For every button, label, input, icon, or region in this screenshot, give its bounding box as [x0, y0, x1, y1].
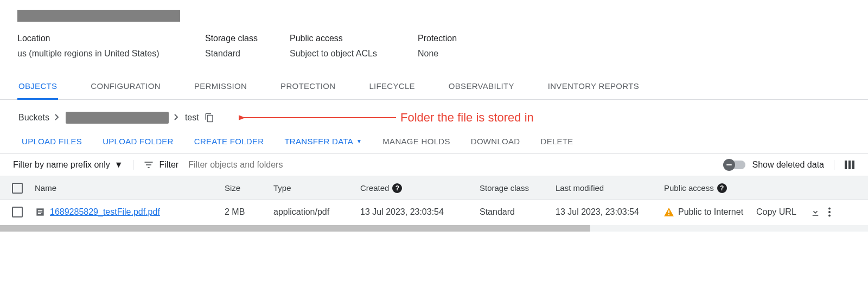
download-button[interactable]: DOWNLOAD: [471, 137, 520, 146]
chevron-right-icon: [55, 113, 60, 122]
transfer-data-button[interactable]: TRANSFER DATA ▼: [284, 137, 362, 146]
svg-point-10: [828, 211, 831, 213]
help-icon[interactable]: ?: [717, 183, 727, 193]
chevron-right-icon: [174, 113, 180, 122]
cell-size: 2 MB: [221, 202, 270, 222]
svg-rect-6: [38, 213, 41, 214]
create-folder-button[interactable]: CREATE FOLDER: [194, 137, 264, 146]
cell-type: application/pdf: [270, 202, 357, 222]
location-label: Location: [17, 34, 186, 43]
tab-observability[interactable]: OBSERVABILITY: [448, 75, 515, 100]
svg-point-9: [828, 208, 831, 210]
horizontal-scrollbar[interactable]: [0, 225, 868, 232]
file-icon: [35, 207, 46, 217]
svg-point-11: [828, 215, 831, 217]
filter-label: Filter: [159, 160, 179, 170]
upload-folder-button[interactable]: UPLOAD FOLDER: [103, 137, 174, 146]
filter-prefix-dropdown[interactable]: Filter by name prefix only ▼: [13, 160, 133, 170]
public-access-value: Subject to object ACLs: [290, 49, 398, 59]
table-header: Name Size Type Created ? Storage class L…: [0, 176, 868, 200]
file-name-link[interactable]: 1689285829_testFile.pdf.pdf: [50, 207, 160, 217]
col-public-access[interactable]: Public access ?: [661, 178, 753, 198]
svg-rect-7: [668, 210, 669, 213]
protection-value: None: [418, 49, 457, 59]
public-access-label: Public access: [290, 34, 398, 43]
col-created[interactable]: Created ?: [357, 178, 476, 198]
caret-down-icon: ▼: [356, 138, 362, 144]
upload-files-button[interactable]: UPLOAD FILES: [22, 137, 82, 146]
breadcrumb: Buckets test Folder the file is stored i…: [0, 100, 868, 133]
bucket-name-redacted: [17, 10, 180, 22]
objects-table: Name Size Type Created ? Storage class L…: [0, 176, 868, 224]
col-last-modified[interactable]: Last modified: [552, 178, 661, 198]
warning-icon: [664, 208, 674, 216]
help-icon[interactable]: ?: [392, 183, 402, 193]
storage-class-label: Storage class: [205, 34, 270, 43]
storage-class-value: Standard: [205, 49, 270, 59]
svg-rect-1: [845, 161, 847, 169]
svg-rect-2: [848, 161, 851, 169]
svg-rect-3: [852, 161, 854, 169]
cell-created: 13 Jul 2023, 23:03:54: [357, 202, 476, 222]
tab-permission[interactable]: PERMISSION: [193, 75, 248, 100]
tab-inventory-reports[interactable]: INVENTORY REPORTS: [547, 75, 640, 100]
breadcrumb-folder[interactable]: test: [185, 113, 199, 123]
breadcrumb-root[interactable]: Buckets: [18, 113, 49, 123]
cell-public-access: Public to Internet: [661, 202, 753, 222]
caret-down-icon: ▼: [114, 160, 123, 170]
row-checkbox[interactable]: [12, 207, 23, 217]
show-deleted-label: Show deleted data: [752, 160, 824, 170]
tab-protection[interactable]: PROTECTION: [279, 75, 336, 100]
protection-label: Protection: [418, 34, 457, 43]
copy-path-icon[interactable]: [205, 113, 214, 123]
col-name[interactable]: Name: [31, 178, 221, 198]
download-icon[interactable]: [810, 207, 820, 217]
breadcrumb-bucket-redacted[interactable]: [66, 112, 169, 124]
table-row: 1689285829_testFile.pdf.pdf 2 MB applica…: [0, 200, 868, 224]
col-storage-class[interactable]: Storage class: [476, 178, 552, 198]
show-deleted-toggle[interactable]: [725, 161, 745, 169]
bucket-info-row: Location us (multiple regions in United …: [17, 34, 851, 59]
filter-icon: [143, 161, 154, 169]
cell-storage-class: Standard: [476, 202, 552, 222]
delete-button[interactable]: DELETE: [541, 137, 573, 146]
copy-url-button[interactable]: Copy URL: [756, 207, 796, 217]
location-value: us (multiple regions in United States): [17, 49, 186, 59]
tab-objects[interactable]: OBJECTS: [17, 75, 58, 100]
annotation-text: Folder the file is stored in: [400, 111, 534, 125]
more-icon[interactable]: [828, 207, 831, 217]
svg-rect-4: [38, 210, 42, 211]
tab-lifecycle[interactable]: LIFECYCLE: [368, 75, 416, 100]
cell-last-modified: 13 Jul 2023, 23:03:54: [552, 202, 661, 222]
columns-icon[interactable]: [844, 159, 855, 170]
manage-holds-button[interactable]: MANAGE HOLDS: [382, 137, 450, 146]
select-all-checkbox[interactable]: [12, 183, 23, 194]
col-type[interactable]: Type: [270, 178, 357, 198]
svg-rect-5: [38, 212, 42, 212]
annotation-label: Folder the file is stored in: [239, 111, 534, 125]
col-size[interactable]: Size: [221, 178, 270, 198]
filter-input[interactable]: [188, 160, 715, 170]
svg-rect-8: [668, 214, 669, 215]
filter-row: Filter by name prefix only ▼ Filter Show…: [0, 153, 868, 176]
tabs-bar: OBJECTS CONFIGURATION PERMISSION PROTECT…: [0, 75, 868, 100]
action-bar: UPLOAD FILES UPLOAD FOLDER CREATE FOLDER…: [0, 133, 868, 153]
tab-configuration[interactable]: CONFIGURATION: [90, 75, 162, 100]
